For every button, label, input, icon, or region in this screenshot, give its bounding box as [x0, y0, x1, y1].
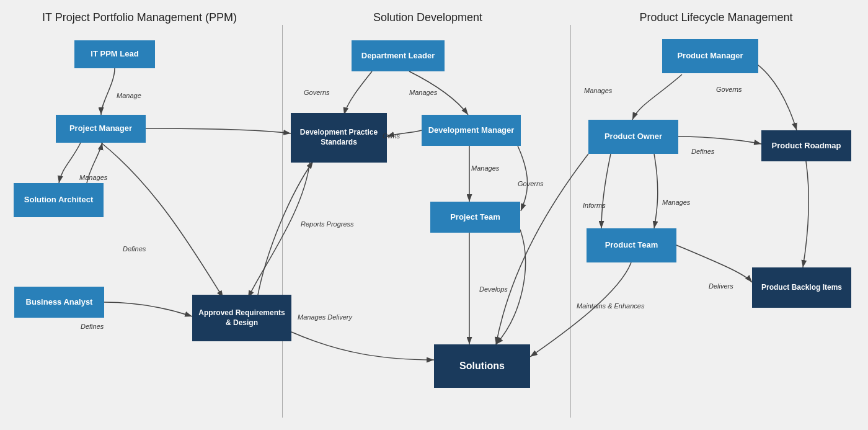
node-dev-practice: Development Practice Standards — [291, 113, 387, 163]
label-governs-pt: Governs — [518, 180, 544, 187]
label-manages-dev: Manages — [471, 164, 499, 172]
divider-1 — [282, 25, 283, 418]
node-product-team: Product Team — [587, 228, 676, 262]
label-reports: Reports Progress — [301, 220, 354, 228]
label-manages-delivery: Manages Delivery — [298, 313, 352, 321]
label-governs-pm: Governs — [716, 86, 742, 93]
section-title-ppm: IT Project Portfolio Management (PPM) — [19, 11, 260, 24]
node-project-team: Project Team — [430, 202, 520, 233]
node-product-backlog: Product Backlog Items — [752, 267, 851, 308]
section-title-sd: Solution Development — [285, 11, 570, 24]
node-dept-leader: Department Leader — [352, 40, 445, 71]
node-solutions: Solutions — [434, 344, 530, 388]
diagram-container: IT Project Portfolio Management (PPM) So… — [0, 0, 868, 430]
label-defines-ba: Defines — [81, 323, 104, 330]
label-governs-dept: Governs — [304, 89, 330, 96]
node-approved-req: Approved Requirements & Design — [192, 295, 291, 341]
label-develops: Develops — [479, 285, 508, 293]
node-business-analyst: Business Analyst — [14, 287, 104, 318]
label-informs: Informs — [583, 202, 606, 209]
divider-2 — [570, 25, 571, 418]
label-manages-dept: Manages — [409, 89, 437, 96]
node-it-ppm-lead: IT PPM Lead — [74, 40, 155, 68]
label-owns: Owns — [383, 132, 400, 140]
label-manages-pt: Manages — [662, 199, 690, 206]
section-title-plm: Product Lifecycle Management — [574, 11, 859, 24]
label-maintains: Maintains & Enhances — [577, 302, 644, 310]
node-project-manager: Project Manager — [56, 115, 146, 143]
label-defines-pm: Defines — [123, 245, 146, 253]
node-solution-architect: Solution Architect — [14, 183, 104, 217]
node-dev-manager: Development Manager — [422, 115, 521, 146]
label-defines-po: Defines — [691, 148, 714, 155]
label-manage: Manage — [117, 92, 141, 99]
node-product-roadmap: Product Roadmap — [761, 130, 851, 161]
label-manages-sa: Manages — [79, 174, 107, 181]
label-delivers: Delivers — [709, 282, 733, 290]
label-manages-pm: Manages — [584, 87, 612, 94]
node-product-manager: Product Manager — [662, 39, 758, 73]
node-product-owner: Product Owner — [588, 120, 678, 154]
